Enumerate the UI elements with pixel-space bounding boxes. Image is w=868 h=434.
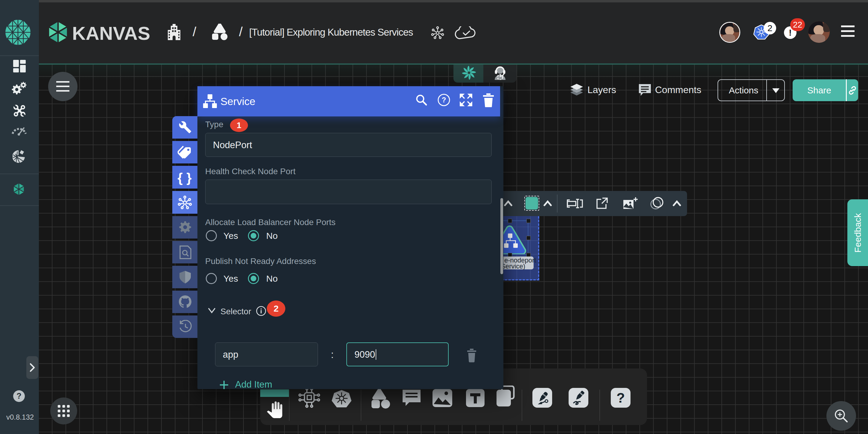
svg-text:?: ?: [442, 96, 446, 104]
